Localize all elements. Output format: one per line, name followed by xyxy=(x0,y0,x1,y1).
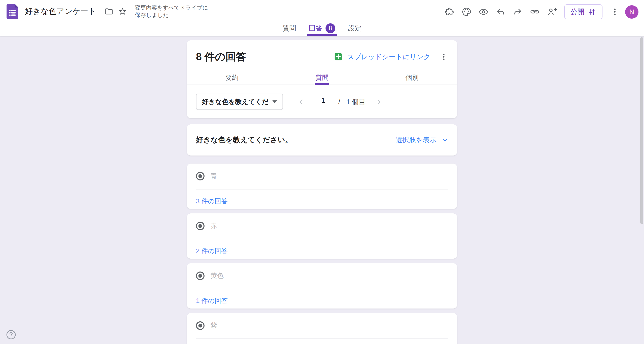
subtab-individual-label: 個別 xyxy=(406,73,419,82)
answer-card-red: 赤 2 件の回答 xyxy=(187,213,457,259)
extensions-puzzle-icon xyxy=(444,7,454,17)
divider xyxy=(196,189,448,189)
subtab-summary-label: 要約 xyxy=(225,73,238,82)
option-label: 青 xyxy=(211,172,217,180)
pager-total: 1 個目 xyxy=(346,97,366,106)
addons-button[interactable] xyxy=(442,5,456,19)
divider xyxy=(196,289,448,289)
answer-card-yellow: 黄色 1 件の回答 xyxy=(187,263,457,309)
tab-responses[interactable]: 回答 8 xyxy=(308,22,336,36)
responses-more-button[interactable] xyxy=(437,50,451,64)
option-label: 紫 xyxy=(211,321,217,330)
saved-status-line2: 保存しました xyxy=(135,11,208,19)
chevron-left-icon xyxy=(298,98,305,106)
star-button[interactable] xyxy=(116,5,129,18)
app-header: 好きな色アンケート 変更内容をすべてドライブに 保存しました xyxy=(0,0,644,36)
link-icon xyxy=(530,7,540,17)
undo-button[interactable] xyxy=(494,5,507,19)
answer-card-purple: 紫 xyxy=(187,313,457,344)
add-collaborators-button[interactable] xyxy=(545,5,559,19)
option-row: 紫 xyxy=(187,313,457,330)
help-button[interactable] xyxy=(6,329,17,340)
star-icon xyxy=(118,7,127,16)
chevron-right-icon xyxy=(375,98,383,106)
responses-count-badge: 8 xyxy=(326,23,335,33)
help-icon xyxy=(6,329,17,340)
tab-settings-label: 設定 xyxy=(348,24,361,33)
copy-link-button[interactable] xyxy=(528,5,542,19)
dropdown-caret-icon xyxy=(272,100,277,103)
radio-selected-icon xyxy=(196,321,205,330)
show-options-button[interactable]: 選択肢を表示 xyxy=(395,135,449,144)
divider xyxy=(196,239,448,239)
previous-question-button[interactable] xyxy=(296,96,307,108)
current-question-input[interactable]: 1 xyxy=(315,97,332,107)
radio-selected-icon xyxy=(196,222,205,230)
saved-status-line1: 変更内容をすべてドライブに xyxy=(135,4,208,11)
response-count-link[interactable]: 1 件の回答 xyxy=(196,296,228,305)
palette-icon xyxy=(461,7,471,17)
question-select-dropdown[interactable]: 好きな色を教えてください。 xyxy=(196,94,283,110)
response-count-link[interactable]: 2 件の回答 xyxy=(196,247,228,255)
header-left: 好きな色アンケート 変更内容をすべてドライブに 保存しました xyxy=(7,0,208,23)
question-selector-row: 好きな色を教えてください。 1 / 1 個目 xyxy=(196,94,448,110)
option-row: 黄色 xyxy=(187,263,457,280)
form-title: 好きな色アンケート xyxy=(25,6,96,17)
account-avatar[interactable]: N xyxy=(625,5,638,19)
divider xyxy=(196,338,448,339)
question-card: 好きな色を教えてください。 選択肢を表示 xyxy=(187,124,457,156)
responses-summary-card: 8 件の回答 スプレッドシートにリンク 要約 質問 xyxy=(187,40,457,118)
header-toolbar: 公開 N xyxy=(442,2,638,22)
pager-separator: / xyxy=(338,98,340,106)
tab-questions-label: 質問 xyxy=(283,24,296,33)
question-title: 好きな色を教えてください。 xyxy=(196,135,395,145)
responses-count-title: 8 件の回答 xyxy=(196,50,334,64)
option-label: 赤 xyxy=(211,221,217,230)
radio-selected-icon xyxy=(196,172,205,180)
link-to-sheets-label: スプレッドシートにリンク xyxy=(347,52,430,61)
option-row: 青 xyxy=(187,164,457,180)
preview-button[interactable] xyxy=(477,5,490,19)
folder-icon xyxy=(104,7,113,16)
saved-status: 変更内容をすべてドライブに 保存しました xyxy=(135,4,208,19)
google-forms-responses-page: 好きな色アンケート 変更内容をすべてドライブに 保存しました xyxy=(0,0,644,344)
subtab-question-label: 質問 xyxy=(315,73,329,82)
answer-card-blue: 青 3 件の回答 xyxy=(187,164,457,209)
responses-sub-tabs: 要約 質問 個別 xyxy=(187,70,457,85)
publish-label: 公開 xyxy=(570,7,584,17)
question-select-value: 好きな色を教えてください。 xyxy=(202,97,269,106)
avatar-initial: N xyxy=(629,8,634,16)
question-pager: 1 / 1 個目 xyxy=(296,96,385,108)
main-nav-tabs: 質問 回答 8 設定 xyxy=(281,22,363,36)
tab-settings[interactable]: 設定 xyxy=(347,22,363,36)
kebab-menu-icon xyxy=(439,52,448,61)
sheets-icon xyxy=(334,52,343,61)
subtab-summary[interactable]: 要約 xyxy=(187,70,277,85)
more-options-button[interactable] xyxy=(608,5,622,19)
responses-header: 8 件の回答 スプレッドシートにリンク xyxy=(187,40,457,64)
show-options-label: 選択肢を表示 xyxy=(395,135,436,144)
response-count-link[interactable]: 3 件の回答 xyxy=(196,197,228,206)
next-question-button[interactable] xyxy=(373,96,385,108)
redo-icon xyxy=(513,7,523,17)
eye-icon xyxy=(478,7,489,17)
move-folder-button[interactable] xyxy=(102,5,116,18)
person-add-icon xyxy=(547,7,557,17)
subtab-question[interactable]: 質問 xyxy=(277,70,367,85)
undo-icon xyxy=(496,7,506,17)
forms-logo-icon xyxy=(7,4,18,19)
tab-responses-label: 回答 xyxy=(309,24,322,33)
option-label: 黄色 xyxy=(211,271,224,280)
redo-button[interactable] xyxy=(511,5,525,19)
option-row: 赤 xyxy=(187,213,457,230)
tab-questions[interactable]: 質問 xyxy=(281,22,297,36)
kebab-menu-icon xyxy=(610,7,620,17)
radio-selected-icon xyxy=(196,272,205,280)
publish-settings-sliders-icon xyxy=(588,8,596,16)
chevron-down-icon xyxy=(441,136,449,143)
publish-button[interactable]: 公開 xyxy=(564,4,602,19)
link-to-sheets-button[interactable]: スプレッドシートにリンク xyxy=(334,52,430,61)
vertical-scrollbar-thumb[interactable] xyxy=(640,37,643,224)
theme-button[interactable] xyxy=(460,5,473,19)
subtab-individual[interactable]: 個別 xyxy=(367,70,457,85)
